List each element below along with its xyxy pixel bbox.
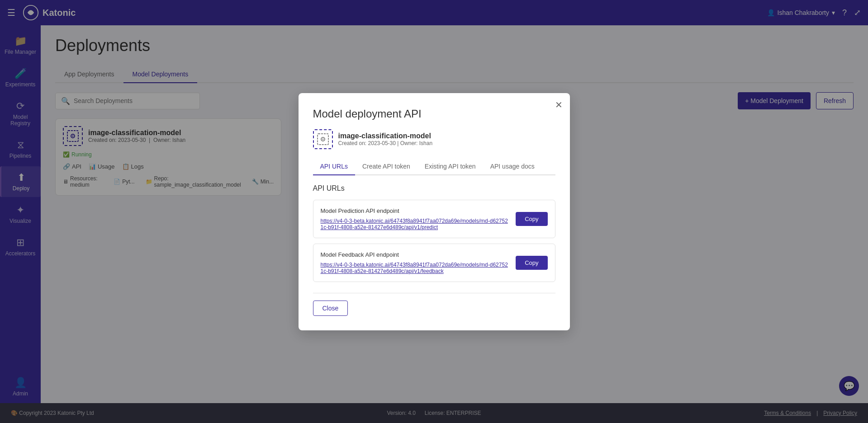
copy-feedback-url-button[interactable]: Copy (516, 256, 547, 270)
modal-close-btn[interactable]: Close (313, 301, 348, 316)
feedback-endpoint-card: Model Feedback API endpoint https://v4-0… (313, 244, 555, 282)
modal-close-button[interactable]: ✕ (555, 100, 563, 109)
modal-title: Model deployment API (313, 108, 555, 120)
prediction-endpoint-label: Model Prediction API endpoint (321, 207, 509, 214)
tab-create-api-token[interactable]: Create API token (355, 158, 417, 175)
modal-model-header: image-classification-model Created on: 2… (313, 129, 555, 149)
prediction-endpoint-card: Model Prediction API endpoint https://v4… (313, 200, 555, 238)
feedback-endpoint-info: Model Feedback API endpoint https://v4-0… (321, 251, 509, 274)
feedback-endpoint-label: Model Feedback API endpoint (321, 251, 509, 258)
feedback-endpoint-url[interactable]: https://v4-0-3-beta.katonic.ai/64743f8a8… (321, 262, 509, 274)
svg-point-6 (322, 138, 323, 140)
modal-model-info: image-classification-model Created on: 2… (338, 132, 433, 146)
modal-overlay[interactable]: ✕ Model deployment API image-classificat… (0, 0, 868, 423)
tab-api-usage-docs[interactable]: API usage docs (483, 158, 542, 175)
modal-footer: Close (313, 293, 555, 316)
prediction-endpoint-url[interactable]: https://v4-0-3-beta.katonic.ai/64743f8a8… (321, 218, 509, 230)
prediction-endpoint-info: Model Prediction API endpoint https://v4… (321, 207, 509, 230)
copy-prediction-url-button[interactable]: Copy (516, 212, 547, 226)
modal-model-icon (313, 129, 333, 149)
modal-model-name: image-classification-model (338, 132, 433, 140)
model-deployment-api-modal: ✕ Model deployment API image-classificat… (299, 93, 570, 330)
modal-model-meta: Created on: 2023-05-30 | Owner: Ishan (338, 140, 433, 146)
tab-existing-api-token[interactable]: Existing API token (417, 158, 483, 175)
api-urls-section-title: API URLs (313, 184, 555, 193)
api-urls-section: API URLs Model Prediction API endpoint h… (313, 184, 555, 282)
tab-api-urls[interactable]: API URLs (313, 158, 355, 175)
modal-tabs: API URLs Create API token Existing API t… (313, 158, 555, 175)
